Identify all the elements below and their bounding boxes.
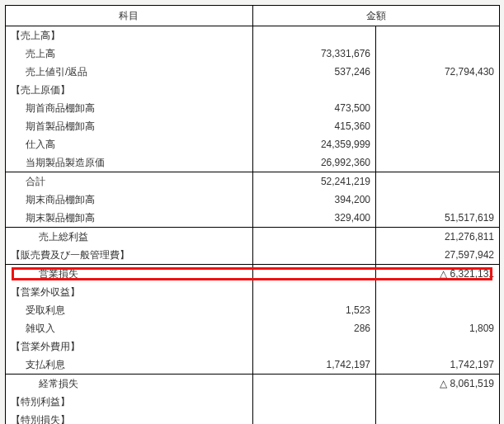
row-amount-sub: 537,246 — [252, 63, 376, 81]
table-row: 【営業外費用】 — [6, 337, 499, 356]
row-amount-total — [376, 99, 500, 117]
table-row: 【売上原価】 — [6, 81, 499, 99]
row-label: 【営業外費用】 — [6, 337, 252, 356]
table-row: 【売上高】 — [6, 26, 499, 45]
row-amount-total — [376, 337, 500, 356]
row-amount-total: 1,809 — [376, 319, 500, 337]
table-row: 受取利息1,523 — [6, 301, 499, 319]
row-label: 【営業外収益】 — [6, 283, 252, 301]
row-amount-sub — [252, 411, 376, 424]
row-label: 期末製品棚卸高 — [6, 209, 252, 228]
row-amount-sub: 24,359,999 — [252, 135, 376, 153]
row-amount-total: 1,742,197 — [376, 356, 500, 375]
row-amount-sub — [252, 246, 376, 265]
table-row: 仕入高24,359,999 — [6, 135, 499, 153]
row-amount-total — [376, 117, 500, 135]
table-row: 【営業外収益】 — [6, 283, 499, 301]
row-label: 仕入高 — [6, 135, 252, 153]
row-label: 経常損失 — [6, 375, 252, 393]
row-amount-sub: 473,500 — [252, 99, 376, 117]
table-row: 期末商品棚卸高394,200 — [6, 191, 499, 209]
header-item: 科目 — [6, 6, 252, 26]
row-label: 雑収入 — [6, 319, 252, 337]
row-amount-total — [376, 301, 500, 319]
row-label: 【特別損失】 — [6, 411, 252, 424]
row-amount-total — [376, 81, 500, 99]
row-amount-sub — [252, 26, 376, 45]
row-amount-total: 21,276,811 — [376, 228, 500, 247]
table-row: 当期製品製造原価26,992,360 — [6, 153, 499, 172]
row-label: 期末商品棚卸高 — [6, 191, 252, 209]
row-amount-sub — [252, 375, 376, 393]
row-label: 受取利息 — [6, 301, 252, 319]
row-amount-sub — [252, 393, 376, 411]
row-amount-total — [376, 153, 500, 172]
row-amount-sub — [252, 337, 376, 356]
row-label: 【売上高】 — [6, 26, 252, 45]
table-row: 【特別利益】 — [6, 393, 499, 411]
row-amount-sub — [252, 228, 376, 247]
row-amount-sub — [252, 81, 376, 99]
row-amount-total: △ 6,321,131 — [376, 265, 500, 284]
row-amount-total — [376, 191, 500, 209]
row-amount-total: 51,517,619 — [376, 209, 500, 228]
row-amount-sub: 286 — [252, 319, 376, 337]
row-amount-sub: 73,331,676 — [252, 45, 376, 63]
row-amount-total: 27,597,942 — [376, 246, 500, 265]
row-amount-total — [376, 135, 500, 153]
row-label: 【売上原価】 — [6, 81, 252, 99]
table-row: 期末製品棚卸高329,40051,517,619 — [6, 209, 499, 228]
table-row: 営業損失△ 6,321,131 — [6, 265, 499, 284]
row-amount-sub: 26,992,360 — [252, 153, 376, 172]
table-row: 合計52,241,219 — [6, 172, 499, 191]
row-label: 支払利息 — [6, 356, 252, 375]
row-amount-total — [376, 283, 500, 301]
header-amount: 金額 — [252, 6, 499, 26]
table-row: 期首製品棚卸高415,360 — [6, 117, 499, 135]
row-amount-total: △ 8,061,519 — [376, 375, 500, 393]
row-amount-total — [376, 26, 500, 45]
table-row: 雑収入2861,809 — [6, 319, 499, 337]
table-row: 期首商品棚卸高473,500 — [6, 99, 499, 117]
table-row: 売上総利益21,276,811 — [6, 228, 499, 247]
row-label: 【特別利益】 — [6, 393, 252, 411]
row-amount-sub: 52,241,219 — [252, 172, 376, 191]
row-label: 期首商品棚卸高 — [6, 99, 252, 117]
table-row: 【特別損失】 — [6, 411, 499, 424]
row-amount-total — [376, 411, 500, 424]
row-amount-sub: 329,400 — [252, 209, 376, 228]
table-row: 経常損失△ 8,061,519 — [6, 375, 499, 393]
row-amount-sub: 1,742,197 — [252, 356, 376, 375]
row-label: 売上総利益 — [6, 228, 252, 247]
row-label: 合計 — [6, 172, 252, 191]
row-label: 売上値引/返品 — [6, 63, 252, 81]
row-label: 【販売費及び一般管理費】 — [6, 246, 252, 265]
row-label: 売上高 — [6, 45, 252, 63]
row-amount-total: 72,794,430 — [376, 63, 500, 81]
row-amount-sub: 394,200 — [252, 191, 376, 209]
row-amount-sub — [252, 265, 376, 284]
row-label: 期首製品棚卸高 — [6, 117, 252, 135]
row-amount-sub: 415,360 — [252, 117, 376, 135]
table-row: 【販売費及び一般管理費】27,597,942 — [6, 246, 499, 265]
table-row: 売上高73,331,676 — [6, 45, 499, 63]
income-statement-table: 科目 金額 【売上高】売上高73,331,676売上値引/返品537,24672… — [5, 5, 500, 424]
table-row: 支払利息1,742,1971,742,197 — [6, 356, 499, 375]
row-amount-total — [376, 45, 500, 63]
row-amount-sub — [252, 283, 376, 301]
row-label: 当期製品製造原価 — [6, 153, 252, 172]
row-amount-sub: 1,523 — [252, 301, 376, 319]
table-row: 売上値引/返品537,24672,794,430 — [6, 63, 499, 81]
row-amount-total — [376, 172, 500, 191]
header-row: 科目 金額 — [6, 6, 499, 26]
row-label: 営業損失 — [6, 265, 252, 284]
row-amount-total — [376, 393, 500, 411]
